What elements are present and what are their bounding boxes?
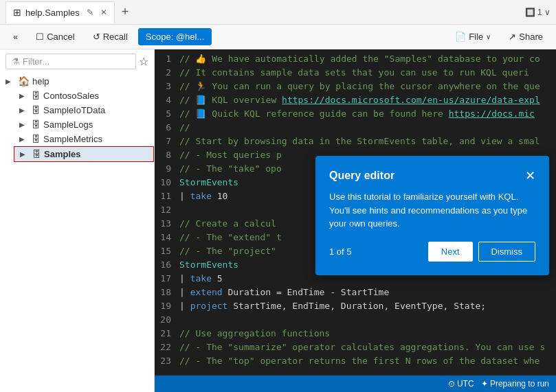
- recall-button[interactable]: ↺ Recall: [85, 28, 135, 45]
- collapse-icon: «: [13, 32, 18, 42]
- sidebar-item-samples[interactable]: ▶ 🗄 Samples: [14, 146, 154, 162]
- database-icon: ⊞: [13, 7, 21, 18]
- filter-placeholder: Filter...: [23, 56, 49, 67]
- code-line-22: // - The "summarize" operator calculates…: [179, 341, 556, 354]
- filter-input[interactable]: ⚗ Filter...: [5, 54, 136, 69]
- arrow-icon: ▶: [19, 92, 29, 100]
- collapse-button[interactable]: «: [5, 28, 25, 45]
- popup-next-button[interactable]: Next: [428, 242, 473, 262]
- favorites-icon[interactable]: ☆: [139, 55, 148, 68]
- popup-page-info: 1 of 5: [329, 246, 352, 257]
- code-line-1: // 👍 We have automatically added the "Sa…: [179, 52, 556, 66]
- db-icon: 🗄: [32, 119, 41, 130]
- code-line-19: | project StartTime, EndTime, Duration, …: [179, 299, 556, 313]
- cancel-icon: ☐: [36, 32, 44, 42]
- code-line-7: // Start by browsing data in the StormEv…: [179, 135, 556, 148]
- popup-footer: 1 of 5 Next Dismiss: [329, 242, 535, 262]
- popup-header: Query editor ✕: [329, 170, 535, 182]
- sidebar-item-contososales[interactable]: ▶ 🗄 ContosoSales: [14, 89, 154, 103]
- arrow-icon: ▶: [19, 135, 29, 143]
- help-icon: 🏠: [18, 76, 30, 87]
- popup-title: Query editor: [329, 170, 394, 182]
- sidebar-item-sampleiotdata[interactable]: ▶ 🗄 SampleIoTData: [14, 103, 154, 117]
- code-line-5: // 📘 Quick KQL reference guide can be fo…: [179, 107, 556, 121]
- title-bar: ⊞ help.Samples ✎ ✕ + 🔲 1 ∨: [0, 0, 556, 25]
- db-icon: 🗄: [32, 105, 41, 115]
- window-controls[interactable]: 🔲 1 ∨: [525, 8, 551, 17]
- line-numbers: 12345 678910 1112131415 1617181920 21222…: [155, 49, 175, 368]
- tree-container: ▶ 🏠 help ▶ 🗄 ContosoSales ▶ 🗄 SampleIoTD…: [0, 73, 154, 392]
- scope-button[interactable]: Scope: @hel...: [138, 28, 212, 45]
- main-content: ⚗ Filter... ☆ ▶ 🏠 help ▶ 🗄 ContosoSales …: [0, 49, 556, 392]
- tab-label: help.Samples: [25, 8, 80, 18]
- editor-area: 12345 678910 1112131415 1617181920 21222…: [155, 49, 556, 392]
- code-line-3: // 🏃 You can run a query by placing the …: [179, 80, 556, 93]
- sidebar-item-samplemetrics[interactable]: ▶ 🗄 SampleMetrics: [14, 132, 154, 146]
- share-icon: ↗: [509, 32, 516, 42]
- tree-group: ▶ 🗄 ContosoSales ▶ 🗄 SampleIoTData ▶ 🗄 S…: [14, 89, 154, 162]
- tab-edit-icon[interactable]: ✎: [87, 8, 93, 17]
- cancel-button[interactable]: ☐ Cancel: [28, 28, 82, 45]
- tab-close-icon[interactable]: ✕: [100, 8, 107, 17]
- arrow-icon: ▶: [19, 121, 29, 128]
- help-samples-tab[interactable]: ⊞ help.Samples ✎ ✕: [5, 1, 115, 23]
- editor-content[interactable]: 12345 678910 1112131415 1617181920 21222…: [155, 49, 556, 376]
- status-right: ⊙ UTC ✦ Preparing to run: [448, 379, 549, 389]
- sidebar-item-samplelogs[interactable]: ▶ 🗄 SampleLogs: [14, 117, 154, 132]
- arrow-icon: ▶: [20, 150, 30, 158]
- popup-close-button[interactable]: ✕: [525, 170, 535, 182]
- file-button[interactable]: 📄 File ∨: [447, 28, 498, 45]
- arrow-icon: ▶: [19, 106, 29, 114]
- file-icon: 📄: [455, 32, 466, 42]
- share-button[interactable]: ↗ Share: [501, 28, 551, 45]
- title-bar-right: 🔲 1 ∨: [525, 8, 551, 17]
- preparing-label: ✦ Preparing to run: [481, 379, 549, 389]
- file-dropdown-icon: ∨: [486, 33, 491, 41]
- sidebar-item-help[interactable]: ▶ 🏠 help: [0, 73, 154, 89]
- code-line-18: | extend Duration = EndTime - StartTime: [179, 286, 556, 299]
- arrow-icon: ▶: [5, 78, 15, 85]
- recall-icon: ↺: [93, 32, 100, 42]
- sidebar: ⚗ Filter... ☆ ▶ 🏠 help ▶ 🗄 ContosoSales …: [0, 49, 155, 392]
- utc-label: ⊙ UTC: [448, 379, 474, 389]
- popup-dismiss-button[interactable]: Dismiss: [478, 242, 536, 262]
- status-bar: ⊙ UTC ✦ Preparing to run: [155, 376, 556, 392]
- db-icon: 🗄: [32, 91, 41, 101]
- sidebar-filter-row: ⚗ Filter... ☆: [5, 54, 148, 69]
- toolbar: « ☐ Cancel ↺ Recall Scope: @hel... 📄 Fil…: [0, 25, 556, 49]
- popup-body: Use this tutorial to familiarize yoursel…: [329, 190, 535, 231]
- code-line-20: [179, 313, 556, 327]
- db-icon: 🗄: [32, 134, 41, 144]
- code-line-4: // 📘 KQL overview https://docs.microsoft…: [179, 93, 556, 107]
- db-icon: 🗄: [32, 149, 41, 159]
- code-line-6: //: [179, 121, 556, 135]
- code-line-2: // It contains sample data sets that you…: [179, 66, 556, 80]
- filter-icon: ⚗: [12, 56, 20, 67]
- query-editor-popup: Query editor ✕ Use this tutorial to fami…: [315, 156, 549, 275]
- code-line-21: // Use aggregation functions: [179, 327, 556, 341]
- code-line-23: // - The "top" operator returns the firs…: [179, 354, 556, 368]
- add-tab-button[interactable]: +: [118, 3, 133, 21]
